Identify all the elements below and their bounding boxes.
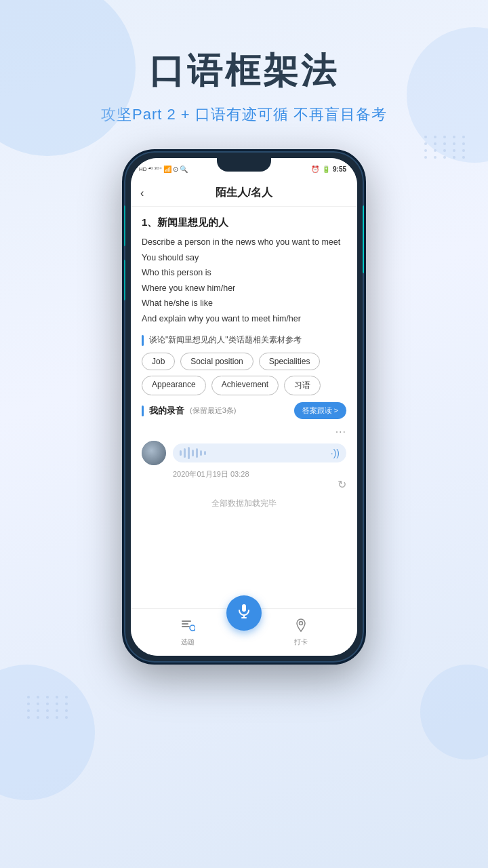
back-button[interactable]: ‹ [140, 187, 144, 199]
phone-body: HD ⁴ᴳ ³ᴳ⁺ 📶 ⊙ 🔍 ⏰ 🔋 9:55 ‹ 陌生人/名人 [122, 149, 366, 665]
answer-follow-button[interactable]: 答案跟读 > [294, 402, 346, 419]
time-display: 9:55 [333, 165, 346, 173]
phone-mockup: HD ⁴ᴳ ³ᴳ⁺ 📶 ⊙ 🔍 ⏰ 🔋 9:55 ‹ 陌生人/名人 [0, 149, 488, 665]
recordings-title: 我的录音 [149, 405, 184, 417]
question-line-2: You should say [142, 250, 346, 266]
avatar-image [142, 441, 166, 465]
dots-decoration-bl [27, 696, 70, 719]
recording-item: ·)) [142, 441, 346, 465]
bottom-item-checkin[interactable]: 打卡 [281, 618, 321, 647]
wave-bar-3 [188, 447, 190, 459]
dots-decoration-tr [424, 136, 468, 159]
question-line-5: What he/she is like [142, 296, 346, 311]
tag-social-position[interactable]: Social position [180, 353, 253, 370]
user-avatar [142, 441, 166, 465]
bottom-item-topics[interactable]: 选题 [167, 618, 208, 647]
blob-decoration-tl [0, 0, 136, 156]
alarm-icon: ⏰ [311, 165, 319, 173]
recording-waveform[interactable]: ·)) [173, 443, 346, 462]
phone-notch [217, 158, 271, 172]
question-line-6: And explain why you want to meet him/her [142, 311, 346, 327]
wave-bar-4 [192, 450, 194, 456]
material-section-header: 谈论"新闻里想见的人"类话题相关素材参考 [142, 334, 346, 346]
wave-bar-2 [184, 448, 186, 458]
nav-bar: ‹ 陌生人/名人 [131, 180, 357, 207]
material-section-title: 谈论"新闻里想见的人"类话题相关素材参考 [149, 334, 302, 346]
scroll-content: 1、新闻里想见的人 Describe a person in the news … [131, 207, 357, 608]
checkin-icon [293, 618, 308, 636]
checkin-label: 打卡 [294, 637, 308, 647]
blob-decoration-br [420, 665, 488, 760]
location-icon: ⊙ [173, 165, 178, 173]
recording-refresh-icon[interactable]: ↻ [142, 478, 346, 491]
svg-point-8 [299, 622, 302, 625]
nav-title: 陌生人/名人 [216, 186, 272, 200]
wave-bar-1 [180, 450, 182, 456]
question-line-3: Who this person is [142, 265, 346, 281]
wave-bar-5 [196, 448, 198, 458]
topics-label: 选题 [181, 637, 195, 647]
svg-rect-0 [182, 620, 191, 622]
wifi-icon: 📶 [163, 165, 171, 173]
bottom-bar: 选题 [131, 608, 357, 656]
network-indicator: HD ⁴ᴳ ³ᴳ⁺ [139, 166, 162, 172]
recording-more-icon[interactable]: ··· [336, 426, 346, 438]
section-bar [142, 335, 144, 346]
status-left: HD ⁴ᴳ ³ᴳ⁺ 📶 ⊙ 🔍 [139, 165, 188, 173]
status-right: ⏰ 🔋 9:55 [311, 165, 346, 173]
question-description: Describe a person in the news who you wa… [142, 235, 346, 326]
blob-decoration-bl [0, 665, 95, 800]
tags-row-2: Appearance Achievement 习语 [142, 376, 346, 395]
question-line-4: Where you knew him/her [142, 281, 346, 296]
tag-achievement[interactable]: Achievement [211, 376, 279, 395]
svg-rect-2 [182, 626, 190, 627]
tag-idiom[interactable]: 习语 [284, 376, 321, 395]
question-number: 1、新闻里想见的人 [142, 216, 346, 229]
mic-icon [236, 603, 252, 623]
wave-bar-7 [204, 451, 206, 455]
recordings-hint: (保留最近3条) [190, 406, 236, 416]
tag-job[interactable]: Job [142, 353, 175, 370]
svg-rect-1 [182, 623, 188, 625]
svg-rect-5 [242, 604, 246, 612]
topics-icon [180, 618, 195, 636]
phone-screen: HD ⁴ᴳ ³ᴳ⁺ 📶 ⊙ 🔍 ⏰ 🔋 9:55 ‹ 陌生人/名人 [131, 158, 357, 656]
battery-icon: 🔋 [322, 165, 330, 173]
tag-specialities[interactable]: Specialities [259, 353, 321, 370]
search-icon: 🔍 [180, 165, 188, 173]
all-loaded-text: 全部数据加载完毕 [142, 498, 346, 516]
mic-button[interactable] [226, 595, 262, 631]
tag-appearance[interactable]: Appearance [142, 376, 206, 395]
question-line-1: Describe a person in the news who you wa… [142, 235, 346, 250]
recordings-left: 我的录音 (保留最近3条) [142, 405, 236, 417]
recordings-section: 我的录音 (保留最近3条) 答案跟读 > ··· [142, 402, 346, 516]
sound-wave-icon: ·)) [331, 448, 340, 458]
svg-point-3 [190, 625, 195, 631]
recordings-section-bar [142, 406, 144, 416]
svg-line-4 [195, 630, 195, 631]
recordings-header: 我的录音 (保留最近3条) 答案跟读 > [142, 402, 346, 419]
wave-bar-6 [200, 450, 202, 456]
tags-row-1: Job Social position Specialities [142, 353, 346, 370]
